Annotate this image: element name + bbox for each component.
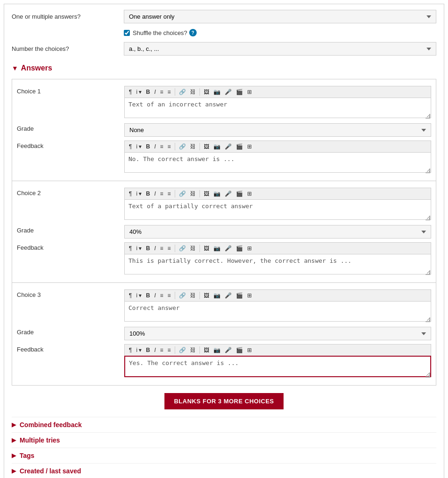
choice-1-feedback-editor[interactable]: No. The correct answer is ... — [124, 152, 431, 173]
separator — [199, 346, 200, 354]
tags-section[interactable]: ▶ Tags — [12, 448, 436, 463]
c2-info-btn[interactable]: i ▾ — [135, 190, 143, 197]
c3-info-btn[interactable]: i ▾ — [135, 292, 143, 299]
fb1-info-btn[interactable]: i ▾ — [135, 143, 143, 150]
c2-link-btn[interactable]: 🔗 — [178, 190, 187, 197]
blanks-more-choices-button[interactable]: BLANKS FOR 3 MORE CHOICES — [164, 393, 283, 409]
fb2-unlink-btn[interactable]: ⛓ — [189, 245, 197, 252]
fb3-ul-btn[interactable]: ≡ — [158, 346, 164, 354]
fb2-embed-btn[interactable]: ⊞ — [246, 245, 253, 252]
fb3-audio-btn[interactable]: 🎤 — [223, 346, 233, 354]
c3-ul-btn[interactable]: ≡ — [158, 292, 164, 299]
fb1-ol-btn[interactable]: ≡ — [166, 143, 172, 150]
c3-ol-btn[interactable]: ≡ — [166, 292, 172, 299]
choice-2-grade-select[interactable]: 40% — [124, 225, 431, 239]
answers-section-header[interactable]: ▼ Answers — [12, 61, 436, 75]
combined-feedback-section[interactable]: ▶ Combined feedback — [12, 417, 436, 432]
fb2-image-btn[interactable]: 🖼 — [202, 245, 211, 252]
fb1-image2-btn[interactable]: 📷 — [212, 143, 222, 150]
fb3-unlink-btn[interactable]: ⛓ — [189, 346, 197, 354]
multiple-tries-section[interactable]: ▶ Multiple tries — [12, 432, 436, 448]
c3-image2-btn[interactable]: 📷 — [212, 292, 222, 299]
choice-3-feedback-editor[interactable]: Yes. The correct answer is ... — [124, 356, 431, 377]
fb1-paragraph-btn[interactable]: ¶ — [128, 143, 133, 150]
fb1-italic-btn[interactable]: I — [153, 143, 157, 150]
fb3-link-btn[interactable]: 🔗 — [178, 346, 187, 354]
toolbar-paragraph-btn[interactable]: ¶ — [128, 88, 133, 96]
c2-bold-btn[interactable]: B — [144, 190, 151, 197]
fb2-image2-btn[interactable]: 📷 — [212, 245, 222, 252]
fb2-italic-btn[interactable]: I — [153, 245, 157, 252]
c3-link-btn[interactable]: 🔗 — [178, 292, 187, 299]
c2-video-btn[interactable]: 🎬 — [235, 190, 244, 197]
fb2-audio-btn[interactable]: 🎤 — [223, 245, 233, 252]
c3-audio-btn[interactable]: 🎤 — [223, 292, 233, 299]
c3-unlink-btn[interactable]: ⛓ — [189, 292, 197, 299]
toolbar-image-btn[interactable]: 🖼 — [202, 88, 211, 96]
choice-3-row: Choice 3 ¶ i ▾ B I ≡ ≡ 🔗 ⛓ 🖼 📷 — [12, 288, 436, 325]
fb3-bold-btn[interactable]: B — [144, 346, 151, 354]
number-choices-select[interactable]: a., b., c., ... — [124, 42, 436, 56]
toolbar-audio-btn[interactable]: 🎤 — [223, 88, 233, 96]
fb3-paragraph-btn[interactable]: ¶ — [128, 346, 133, 354]
choice-3-label: Choice 3 — [17, 289, 124, 298]
fb2-ul-btn[interactable]: ≡ — [158, 245, 164, 252]
fb1-unlink-btn[interactable]: ⛓ — [189, 143, 197, 150]
c3-image-btn[interactable]: 🖼 — [202, 292, 211, 299]
toolbar-link-btn[interactable]: 🔗 — [178, 88, 187, 96]
fb1-video-btn[interactable]: 🎬 — [235, 143, 244, 150]
c2-embed-btn[interactable]: ⊞ — [246, 190, 253, 197]
choice-1-grade-select[interactable]: None — [124, 123, 431, 137]
choice-2-editor[interactable]: Text of a partially correct answer — [124, 199, 431, 220]
choice-3-grade-select[interactable]: 100% — [124, 327, 431, 340]
fb3-italic-btn[interactable]: I — [153, 346, 157, 354]
fb2-paragraph-btn[interactable]: ¶ — [128, 245, 133, 252]
c2-image-btn[interactable]: 🖼 — [202, 190, 211, 197]
fb2-info-btn[interactable]: i ▾ — [135, 245, 143, 252]
one-or-multiple-select[interactable]: One answer only — [124, 10, 436, 23]
fb1-image-btn[interactable]: 🖼 — [202, 143, 211, 150]
c3-bold-btn[interactable]: B — [144, 292, 151, 299]
fb3-info-btn[interactable]: i ▾ — [135, 346, 143, 354]
toolbar-video-btn[interactable]: 🎬 — [235, 88, 244, 96]
c3-paragraph-btn[interactable]: ¶ — [128, 292, 133, 299]
created-last-saved-section[interactable]: ▶ Created / last saved — [12, 463, 436, 478]
help-icon[interactable]: ? — [189, 29, 197, 36]
toolbar-embed-btn[interactable]: ⊞ — [246, 88, 253, 96]
fb3-image2-btn[interactable]: 📷 — [212, 346, 222, 354]
shuffle-checkbox[interactable] — [124, 30, 130, 36]
toolbar-italic-btn[interactable]: I — [153, 88, 157, 96]
c3-embed-btn[interactable]: ⊞ — [246, 292, 253, 299]
choice-2-feedback-editor[interactable]: This is partially correct. However, the … — [124, 254, 431, 274]
c2-unlink-btn[interactable]: ⛓ — [189, 190, 197, 197]
toolbar-info-btn[interactable]: i ▾ — [135, 88, 143, 96]
fb2-link-btn[interactable]: 🔗 — [178, 245, 187, 252]
fb1-audio-btn[interactable]: 🎤 — [223, 143, 233, 150]
fb2-bold-btn[interactable]: B — [144, 245, 151, 252]
c2-italic-btn[interactable]: I — [153, 190, 157, 197]
fb3-embed-btn[interactable]: ⊞ — [246, 346, 253, 354]
fb3-image-btn[interactable]: 🖼 — [202, 346, 211, 354]
c2-ol-btn[interactable]: ≡ — [166, 190, 172, 197]
toolbar-bold-btn[interactable]: B — [144, 88, 151, 96]
c2-audio-btn[interactable]: 🎤 — [223, 190, 233, 197]
c2-paragraph-btn[interactable]: ¶ — [128, 190, 133, 197]
c2-ul-btn[interactable]: ≡ — [158, 190, 164, 197]
choice-3-editor[interactable]: Correct answer — [124, 301, 431, 322]
toolbar-ol-btn[interactable]: ≡ — [166, 88, 172, 96]
toolbar-ul-btn[interactable]: ≡ — [158, 88, 164, 96]
fb3-ol-btn[interactable]: ≡ — [166, 346, 172, 354]
fb1-bold-btn[interactable]: B — [144, 143, 151, 150]
c3-italic-btn[interactable]: I — [153, 292, 157, 299]
c3-video-btn[interactable]: 🎬 — [235, 292, 244, 299]
c2-image2-btn[interactable]: 📷 — [212, 190, 222, 197]
fb3-video-btn[interactable]: 🎬 — [235, 346, 244, 354]
fb2-video-btn[interactable]: 🎬 — [235, 245, 244, 252]
fb2-ol-btn[interactable]: ≡ — [166, 245, 172, 252]
choice-1-editor[interactable]: Text of an incorrect answer — [124, 98, 431, 118]
fb1-embed-btn[interactable]: ⊞ — [246, 143, 253, 150]
fb1-link-btn[interactable]: 🔗 — [178, 143, 187, 150]
toolbar-image2-btn[interactable]: 📷 — [212, 88, 222, 96]
fb1-ul-btn[interactable]: ≡ — [158, 143, 164, 150]
toolbar-unlink-btn[interactable]: ⛓ — [189, 88, 197, 96]
